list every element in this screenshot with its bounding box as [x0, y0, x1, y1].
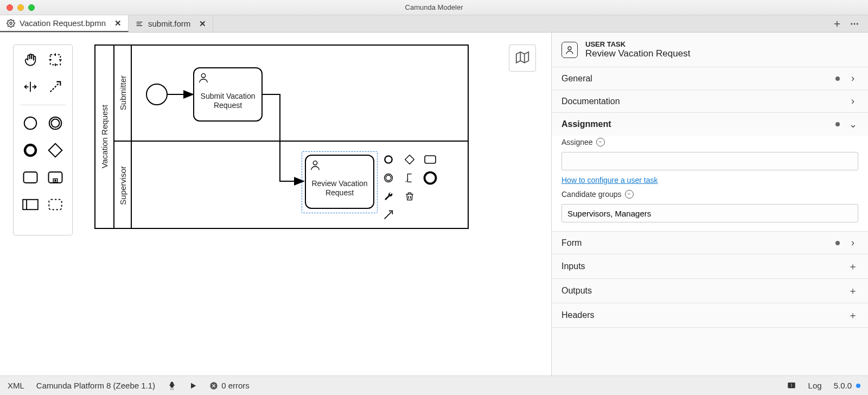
svg-rect-28	[405, 155, 413, 164]
start-event-tool[interactable]	[21, 114, 40, 132]
version-label[interactable]: 5.0.0	[834, 381, 860, 390]
append-gateway[interactable]	[402, 152, 417, 167]
window-maximize-button[interactable]	[28, 4, 35, 11]
section-indicator-dot	[835, 77, 840, 81]
append-intermediate-event[interactable]	[381, 170, 396, 186]
task-label: Submit Vacation Request	[197, 85, 258, 117]
toggle-xml-button[interactable]: XML	[8, 381, 24, 390]
section-general[interactable]: General›	[552, 67, 868, 90]
subprocess-tool[interactable]	[46, 168, 65, 187]
plus-icon[interactable]: ＋	[847, 260, 858, 273]
start-instance-button[interactable]	[189, 381, 197, 390]
form-icon	[135, 20, 144, 28]
plus-icon[interactable]: ＋	[847, 309, 858, 322]
section-outputs[interactable]: Outputs＋	[552, 279, 868, 303]
task-review-vacation-request[interactable]: Review Vacation Request	[305, 155, 374, 209]
svg-rect-21	[23, 200, 38, 209]
append-task[interactable]	[423, 152, 438, 167]
errors-indicator[interactable]: 0 errors	[209, 381, 250, 390]
assignee-label: Assignee−	[561, 138, 858, 146]
svg-text:!: !	[790, 383, 792, 387]
task-label: Review Vacation Request	[309, 172, 370, 205]
section-assignment-header[interactable]: Assignment⌄	[552, 113, 868, 136]
candidate-groups-input[interactable]	[561, 204, 858, 222]
properties-panel: USER TASK Review Vacation Request Genera…	[551, 33, 868, 375]
tab-submit-form[interactable]: submit.form ✕	[129, 15, 213, 32]
remove-icon[interactable]: −	[625, 190, 634, 199]
tab-label: submit.form	[148, 19, 190, 28]
space-tool[interactable]	[21, 78, 40, 96]
svg-point-14	[25, 145, 36, 156]
svg-rect-9	[50, 55, 61, 65]
tab-bar: Vacation Request.bpmn ✕ submit.form ✕	[0, 15, 868, 33]
section-inputs[interactable]: Inputs＋	[552, 254, 868, 279]
append-end-event[interactable]	[381, 152, 396, 167]
platform-label[interactable]: Camunda Platform 8 (Zeebe 1.1)	[36, 381, 155, 390]
task-submit-vacation-request[interactable]: Submit Vacation Request	[193, 67, 263, 122]
section-headers[interactable]: Headers＋	[552, 303, 868, 328]
assignee-input[interactable]	[561, 152, 858, 170]
svg-point-0	[10, 22, 12, 24]
lasso-tool[interactable]	[46, 50, 65, 69]
properties-header: USER TASK Review Vacation Request	[552, 33, 868, 67]
group-tool[interactable]	[46, 195, 65, 214]
svg-point-33	[568, 47, 571, 50]
window-minimize-button[interactable]	[17, 4, 24, 11]
user-task-type-icon	[561, 42, 578, 58]
chevron-right-icon: ›	[847, 73, 858, 84]
change-type[interactable]	[423, 170, 438, 186]
wrench-icon[interactable]	[381, 189, 396, 204]
configure-user-task-link[interactable]: How to configure a user task	[561, 176, 858, 184]
hand-tool[interactable]	[21, 50, 40, 69]
connect-tool[interactable]	[46, 78, 65, 96]
plus-icon[interactable]: ＋	[847, 284, 858, 297]
log-button[interactable]: Log	[808, 381, 822, 390]
deploy-button[interactable]	[167, 381, 177, 391]
svg-point-27	[385, 156, 392, 163]
update-available-badge	[856, 384, 860, 388]
section-form[interactable]: Form›	[552, 232, 868, 254]
tab-close-button[interactable]: ✕	[114, 18, 122, 28]
window-close-button[interactable]	[7, 4, 13, 11]
status-bar: XML Camunda Platform 8 (Zeebe 1.1) 0 err…	[0, 375, 868, 395]
end-event-tool[interactable]	[21, 141, 40, 160]
svg-point-25	[201, 74, 205, 78]
window-controls	[7, 4, 35, 11]
task-tool[interactable]	[21, 168, 40, 187]
element-type-label: USER TASK	[585, 40, 690, 48]
tab-close-button[interactable]: ✕	[199, 19, 206, 29]
delete-icon[interactable]	[402, 189, 417, 204]
more-menu-button[interactable]	[850, 19, 859, 29]
section-documentation[interactable]: Documentation›	[552, 90, 868, 113]
gateway-tool[interactable]	[46, 141, 65, 160]
new-tab-button[interactable]	[832, 19, 842, 29]
svg-point-7	[854, 23, 856, 24]
svg-point-32	[425, 173, 436, 184]
bpmn-diagram[interactable]: Vacation Request Submitter Supervisor Su…	[94, 44, 469, 229]
intermediate-event-tool[interactable]	[46, 114, 65, 132]
user-task-icon	[309, 159, 321, 171]
svg-rect-15	[49, 144, 62, 157]
element-name: Review Vacation Request	[585, 48, 690, 59]
svg-rect-16	[24, 172, 37, 183]
canvas[interactable]: Vacation Request Submitter Supervisor Su…	[0, 33, 551, 375]
tab-label: Vacation Request.bpmn	[20, 18, 106, 28]
section-indicator-dot	[835, 241, 840, 245]
user-task-icon	[197, 72, 209, 84]
svg-point-6	[851, 23, 852, 24]
feedback-button[interactable]: !	[787, 381, 796, 391]
connect-icon[interactable]	[381, 207, 396, 222]
chevron-right-icon: ›	[847, 95, 858, 107]
minimap-toggle[interactable]	[509, 44, 536, 72]
svg-point-8	[857, 23, 858, 24]
svg-rect-23	[49, 200, 61, 210]
svg-point-13	[52, 119, 60, 128]
candidate-groups-label: Candidate groups−	[561, 190, 858, 199]
gear-icon	[7, 19, 15, 28]
pool-tool[interactable]	[21, 195, 40, 214]
remove-icon[interactable]: −	[596, 138, 605, 146]
window-title: Camunda Modeler	[405, 3, 463, 11]
append-annotation[interactable]	[402, 170, 417, 186]
tab-vacation-request[interactable]: Vacation Request.bpmn ✕	[0, 15, 129, 32]
chevron-down-icon: ⌄	[847, 118, 858, 130]
